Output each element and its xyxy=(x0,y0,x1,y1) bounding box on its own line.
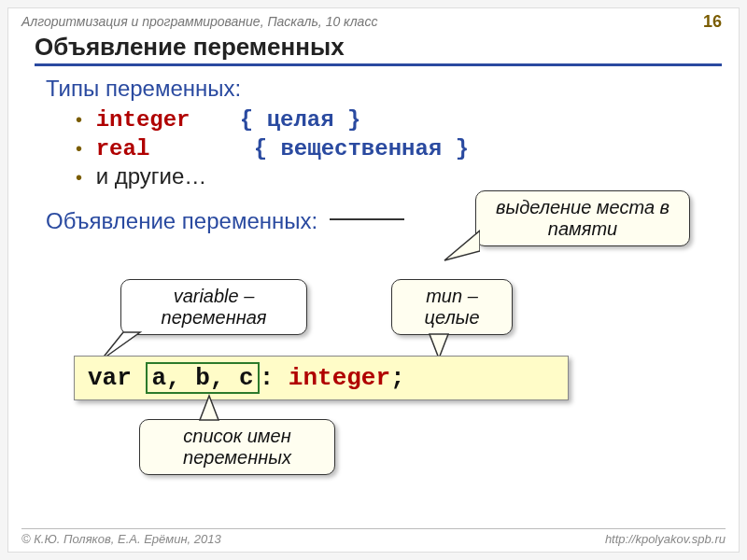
comment: { вещественная } xyxy=(254,136,469,161)
callout-text: выделение места в памяти xyxy=(496,197,669,239)
svg-marker-3 xyxy=(200,396,218,420)
slide: Алгоритмизация и программирование, Паска… xyxy=(7,7,740,553)
section-types-heading: Типы переменных: xyxy=(46,76,739,102)
footer-url: http://kpolyakov.spb.ru xyxy=(605,532,726,546)
keyword: real xyxy=(96,136,150,161)
slide-title: Объявление переменных xyxy=(35,33,722,66)
section-decl-text: Объявление переменных: xyxy=(46,208,317,233)
code-var: var xyxy=(88,364,132,392)
footer: © К.Ю. Поляков, Е.А. Ерёмин, 2013 http:/… xyxy=(21,528,726,546)
callout-text: список имен переменных xyxy=(183,426,291,468)
keyword: integer xyxy=(96,107,190,133)
callout-tail-icon xyxy=(443,225,480,262)
callout-variable: variable – переменная xyxy=(120,279,307,335)
callout-type: тип – целые xyxy=(391,279,513,335)
bullet-icon: • xyxy=(76,109,82,130)
type-integer: • integer { целая } xyxy=(76,105,739,133)
type-real: • real { вещественная } xyxy=(76,134,739,161)
callout-text: variable – переменная xyxy=(162,286,267,328)
code-box: var a, b, c: integer; xyxy=(74,356,569,400)
comment: { целая } xyxy=(240,107,361,133)
callout-memory: выделение места в памяти xyxy=(475,190,690,246)
callout-text: тип – целые xyxy=(424,286,479,328)
footer-copyright: © К.Ю. Поляков, Е.А. Ерёмин, 2013 xyxy=(21,532,221,546)
others-text: и другие… xyxy=(96,163,207,189)
page-number: 16 xyxy=(703,12,722,32)
callout-tail-icon xyxy=(196,394,233,422)
type-list: • integer { целая } • real { вещественна… xyxy=(76,105,739,189)
code-semicolon: ; xyxy=(390,364,405,392)
code-type: integer xyxy=(289,364,390,392)
type-others: • и другие… xyxy=(76,163,739,189)
bullet-icon: • xyxy=(76,167,82,188)
connector-line xyxy=(330,218,404,220)
svg-marker-0 xyxy=(444,231,480,260)
code-var-list: a, b, c xyxy=(146,362,259,394)
bullet-icon: • xyxy=(76,138,82,159)
callout-list: список имен переменных xyxy=(139,419,335,475)
code-colon: : xyxy=(260,364,275,392)
header-subtitle: Алгоритмизация и программирование, Паска… xyxy=(8,8,739,31)
